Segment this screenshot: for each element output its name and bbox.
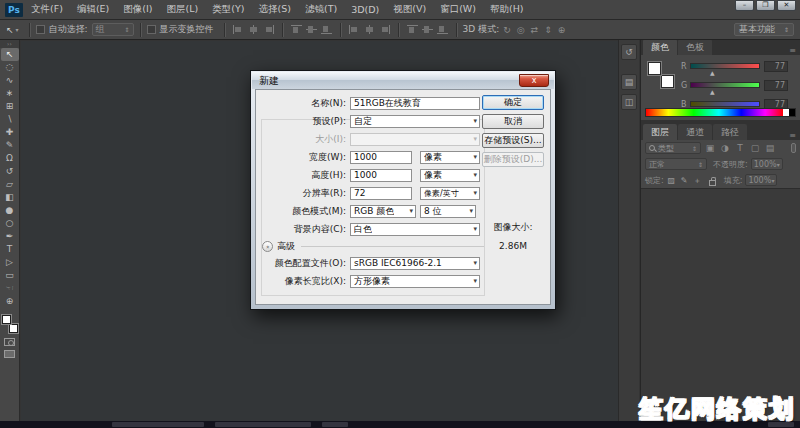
menu-item[interactable]: 类型(Y)	[212, 3, 244, 16]
tool-button[interactable]: ○	[1, 217, 19, 230]
3d-mode-icon[interactable]: ⇕	[544, 25, 552, 35]
pixel-aspect-select[interactable]: 方形像素 ▾	[350, 275, 480, 288]
tool-button[interactable]: ▷	[1, 256, 19, 269]
workspace-switcher[interactable]: 基本功能 ⇕	[734, 23, 794, 36]
slider-thumb-icon[interactable]: ▲	[710, 69, 715, 76]
menu-item[interactable]: 图像(I)	[123, 3, 152, 16]
filter-toggle-icon[interactable]	[791, 143, 796, 153]
distribute-center-icon[interactable]	[364, 25, 375, 34]
tool-button[interactable]: ▭	[1, 269, 19, 282]
layer-list[interactable]	[641, 188, 800, 408]
adjustments-panel-icon[interactable]: ◫	[621, 94, 637, 110]
menu-item[interactable]: 文件(F)	[31, 3, 63, 16]
width-input[interactable]	[350, 151, 412, 164]
resolution-input[interactable]	[350, 187, 412, 200]
tool-button[interactable]: ∗	[1, 87, 19, 100]
tool-button[interactable]: ✚	[1, 126, 19, 139]
tool-button[interactable]: T	[1, 243, 19, 256]
layer-filter-icon[interactable]: T	[734, 143, 746, 153]
3d-mode-icon[interactable]: ◎	[517, 25, 525, 35]
3d-mode-icon[interactable]: ↻	[503, 25, 511, 35]
blend-mode-dropdown[interactable]: 正常 ⇕	[645, 158, 707, 170]
layer-filter-dropdown[interactable]: 类型 ⇕	[645, 142, 701, 154]
taskbar-item[interactable]	[112, 422, 204, 427]
taskbar-item[interactable]	[215, 422, 311, 427]
menu-item[interactable]: 3D(D)	[351, 4, 379, 15]
tool-button[interactable]: ↺	[1, 165, 19, 178]
save-preset-button[interactable]: 存储预设(S)...	[482, 133, 544, 148]
green-value-field[interactable]: 77	[764, 80, 788, 91]
layer-filter-icon[interactable]: ▣	[704, 143, 716, 153]
tab-color[interactable]: 颜色	[643, 39, 677, 55]
distribute-left-icon[interactable]	[349, 25, 360, 34]
tool-button[interactable]: Ω	[1, 152, 19, 165]
menu-item[interactable]: 视图(V)	[393, 3, 426, 16]
tab-swatches[interactable]: 色板	[678, 39, 712, 55]
green-slider[interactable]: ▲	[690, 82, 760, 88]
advanced-toggle-icon[interactable]: «	[262, 241, 273, 252]
background-color-swatch[interactable]	[9, 324, 18, 333]
align-bottom-icon[interactable]	[321, 25, 332, 34]
screen-mode-icon[interactable]	[4, 350, 15, 358]
lock-transparency-icon[interactable]: ▨	[666, 176, 677, 185]
minimize-button[interactable]: –	[735, 0, 754, 11]
align-middle-icon[interactable]	[306, 25, 317, 34]
menu-item[interactable]: 滤镜(T)	[305, 3, 337, 16]
tool-button[interactable]: ∖	[1, 113, 19, 126]
tab-layers[interactable]: 图层	[643, 124, 677, 140]
red-slider[interactable]: ▲	[690, 63, 760, 69]
color-spectrum-ramp[interactable]	[645, 108, 796, 117]
preset-select[interactable]: 自定 ▾	[350, 115, 480, 128]
properties-panel-icon[interactable]: ▤	[621, 74, 637, 90]
dialog-close-button[interactable]: x	[519, 74, 549, 87]
menu-item[interactable]: 编辑(E)	[77, 3, 109, 16]
foreground-background-swatches[interactable]	[1, 314, 19, 334]
resolution-unit-select[interactable]: 像素/英寸 ▾	[420, 187, 480, 200]
distribute-right-icon[interactable]	[379, 25, 390, 34]
tool-button[interactable]: ▱	[1, 178, 19, 191]
distribute-middle-icon[interactable]	[422, 25, 433, 34]
menu-item[interactable]: 帮助(H)	[490, 3, 524, 16]
name-input[interactable]	[350, 97, 480, 110]
3d-mode-icon[interactable]: ⇄	[531, 25, 539, 35]
distribute-top-icon[interactable]	[407, 25, 418, 34]
slider-thumb-icon[interactable]: ▲	[710, 88, 715, 95]
tool-button[interactable]: ●	[1, 204, 19, 217]
distribute-bottom-icon[interactable]	[437, 25, 448, 34]
toolbar-collapse-icon[interactable]: ››	[0, 40, 19, 48]
tab-channels[interactable]: 通道	[678, 124, 712, 140]
taskbar-item[interactable]	[322, 422, 348, 427]
background-color-swatch[interactable]	[661, 75, 674, 88]
menu-item[interactable]: 窗口(W)	[440, 3, 476, 16]
color-mode-select[interactable]: RGB 颜色 ▾	[350, 205, 416, 218]
tool-button[interactable]: ◌	[1, 61, 19, 74]
panel-menu-icon[interactable]: ≡	[789, 46, 796, 55]
lock-pixels-icon[interactable]: ✎	[679, 176, 690, 185]
quick-mask-icon[interactable]	[4, 338, 15, 346]
cancel-button[interactable]: 取消	[482, 114, 544, 129]
color-profile-select[interactable]: sRGB IEC61966-2.1 ▾	[350, 257, 480, 270]
background-select[interactable]: 白色 ▾	[350, 223, 480, 236]
menu-item[interactable]: 选择(S)	[258, 3, 290, 16]
foreground-color-swatch[interactable]	[648, 62, 661, 75]
align-center-horizontal-icon[interactable]	[248, 25, 259, 34]
fill-field[interactable]: 100% ▾	[745, 174, 777, 186]
color-panel-swatches[interactable]	[648, 62, 674, 88]
tab-paths[interactable]: 路径	[713, 124, 747, 140]
align-top-icon[interactable]	[291, 25, 302, 34]
width-unit-select[interactable]: 像素 ▾	[420, 151, 480, 164]
opacity-field[interactable]: 100% ▾	[751, 158, 783, 170]
tool-button[interactable]: ☜	[1, 282, 19, 295]
lock-all-icon[interactable]	[709, 180, 716, 186]
tool-button[interactable]: ∿	[1, 74, 19, 87]
align-left-icon[interactable]	[233, 25, 244, 34]
layer-filter-icon[interactable]: ▢	[749, 143, 761, 153]
height-input[interactable]	[350, 169, 412, 182]
ok-button[interactable]: 确定	[482, 95, 544, 110]
lock-position-icon[interactable]: ＋	[692, 175, 703, 186]
tool-button[interactable]: ⊕	[1, 295, 19, 308]
tool-preset-chevron-icon[interactable]: ▾	[16, 26, 19, 33]
history-panel-icon[interactable]: ↺	[621, 44, 637, 60]
tool-button[interactable]: ✒	[1, 230, 19, 243]
auto-select-dropdown[interactable]: 组 ⇕	[92, 23, 134, 36]
